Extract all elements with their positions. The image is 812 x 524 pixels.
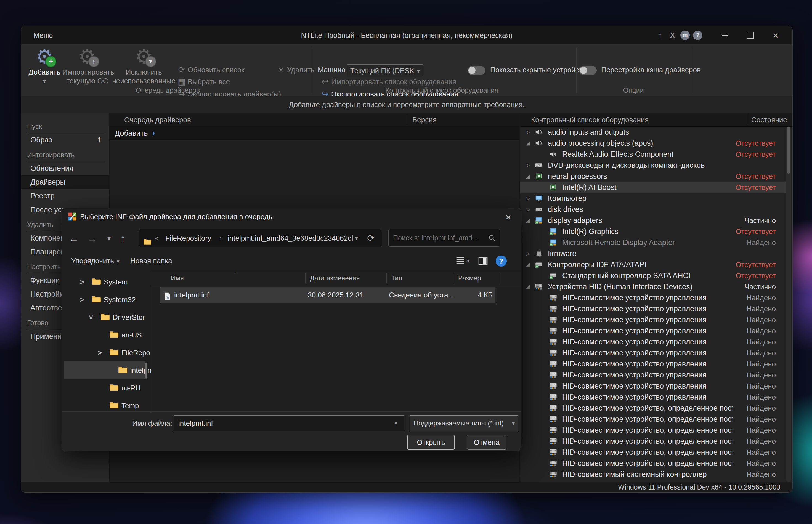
filename-dropdown-caret[interactable]: ▾ xyxy=(394,415,397,431)
hardware-row[interactable]: HID-совместимое устройство управленияНай… xyxy=(520,370,786,380)
hardware-row[interactable]: HID-совместимое устройство управленияНай… xyxy=(520,380,786,392)
size-column-header[interactable]: Размер xyxy=(458,271,481,285)
hardware-row[interactable]: Intel(R) AI BoostОтсутствует xyxy=(520,182,786,193)
hardware-row[interactable]: ▷disk drives xyxy=(520,204,786,215)
hardware-row[interactable]: ◢Устройства HID (Human Interface Devices… xyxy=(520,281,786,292)
new-folder-button[interactable]: Новая папка xyxy=(130,254,172,268)
tree-folder-row[interactable]: >DriverStor xyxy=(64,309,152,326)
hardware-row[interactable]: ▷Компьютер xyxy=(520,193,786,204)
back-button[interactable]: ← xyxy=(67,231,81,246)
hardware-row[interactable]: HID-совместимое устройство, определенное… xyxy=(520,403,786,414)
hardware-row[interactable]: HID-совместимое устройство управленияНай… xyxy=(520,325,786,337)
delete-driver-button[interactable]: ×Удалить xyxy=(275,64,314,75)
rebuild-cache-toggle[interactable] xyxy=(579,66,597,75)
tree-expander-icon[interactable]: > xyxy=(98,344,102,361)
hardware-row[interactable]: Realtek Audio Effects ComponentОтсутству… xyxy=(520,149,786,160)
twitter-x-icon[interactable]: X xyxy=(666,31,679,40)
tree-folder-row[interactable]: ru-RU xyxy=(64,379,152,397)
tree-expander-icon[interactable]: ◢ xyxy=(524,259,531,270)
hardware-row[interactable]: Стандартный контроллер SATA AHCIОтсутств… xyxy=(520,270,786,281)
add-driver-button[interactable]: ⚙+ Добавить ▾ xyxy=(24,47,65,88)
tree-expander-icon[interactable]: ▷ xyxy=(524,204,531,215)
tree-expander-icon[interactable]: > xyxy=(82,315,100,319)
address-bar[interactable]: « FileRepository › intelpmt.inf_amd64_3e… xyxy=(139,229,382,247)
tree-expander-icon[interactable]: ◢ xyxy=(524,281,531,292)
hardware-row[interactable]: HID-совместимое устройство управленияНай… xyxy=(520,392,786,403)
hardware-row[interactable]: ▷audio inputs and outputs xyxy=(520,127,786,138)
hardware-row[interactable]: HID-совместимое устройство управленияНай… xyxy=(520,358,786,370)
hardware-row[interactable]: HID-совместимое устройство, определенное… xyxy=(520,425,786,436)
open-button[interactable]: Открыть xyxy=(407,435,455,450)
upload-icon[interactable]: ↑ xyxy=(654,31,666,40)
tree-expander-icon[interactable]: > xyxy=(80,273,84,291)
exclude-unused-button[interactable]: ⚙▼ Исключить неиспользованные xyxy=(112,47,176,88)
recent-locations-caret[interactable]: ▾ xyxy=(102,231,116,246)
cancel-button[interactable]: Отмена xyxy=(467,435,506,450)
name-column-header[interactable]: Имя xyxy=(171,271,184,285)
hardware-row[interactable]: Microsoft Remote Display AdapterНайдено xyxy=(520,237,786,248)
hardware-row[interactable]: HID-совместимое устройство управленияНай… xyxy=(520,303,786,314)
tree-expander-icon[interactable]: ▷ xyxy=(524,193,531,204)
breadcrumb-filerepository[interactable]: FileRepository xyxy=(165,229,211,247)
window-resize-grip[interactable] xyxy=(789,490,790,490)
search-box[interactable] xyxy=(388,229,500,247)
tree-expander-icon[interactable]: ▷ xyxy=(524,127,531,138)
machine-dropdown[interactable]: Текущий ПК (DESK▾ xyxy=(347,64,423,77)
hardware-row[interactable]: HID-совместимое устройство, определенное… xyxy=(520,436,786,447)
preview-pane-icon[interactable] xyxy=(477,256,488,266)
dialog-resize-grip[interactable] xyxy=(518,448,518,449)
hardware-row[interactable]: ▷firmware xyxy=(520,248,786,259)
hardware-row[interactable]: ◢display adaptersЧастично xyxy=(520,215,786,226)
tree-folder-row[interactable]: >System32 xyxy=(64,291,152,309)
view-mode-caret[interactable]: ▾ xyxy=(467,254,470,268)
hardware-row[interactable]: ◢audio processing objects (apos)Отсутств… xyxy=(520,138,786,149)
breadcrumb-overflow[interactable]: « xyxy=(155,229,158,247)
sidebar-item-обновления[interactable]: Обновления xyxy=(21,161,109,175)
filename-input[interactable] xyxy=(174,415,404,431)
hardware-row[interactable]: HID-совместимое устройство управленияНай… xyxy=(520,314,786,325)
hardware-column-header[interactable]: Контрольный список оборудования xyxy=(531,113,649,126)
hardware-row[interactable]: HID-совместимое устройство управленияНай… xyxy=(520,347,786,358)
panel-splitter[interactable] xyxy=(152,271,152,412)
breadcrumb-current-folder[interactable]: intelpmt.inf_amd64_3e68ed3c234062cf xyxy=(228,229,353,247)
forward-button[interactable]: → xyxy=(85,231,99,246)
view-mode-icon[interactable] xyxy=(455,256,466,266)
mastodon-icon[interactable]: m xyxy=(680,31,690,40)
tree-folder-row[interactable]: Temp xyxy=(64,397,152,412)
import-current-os-button[interactable]: ⚙↑ Импортировать текущую ОС xyxy=(62,47,112,88)
hardware-row[interactable]: HID-совместимый системный контроллерНайд… xyxy=(520,469,786,480)
up-button[interactable]: ↑ xyxy=(116,231,130,246)
type-column-header[interactable]: Тип xyxy=(391,271,402,285)
queue-add-row[interactable]: Добавить› xyxy=(110,126,519,140)
sidebar-item-образ[interactable]: Образ1 xyxy=(21,133,109,147)
file-row-selected[interactable]: intelpmt.inf 30.08.2025 12:31 Сведения о… xyxy=(160,287,496,303)
dialog-close-button[interactable]: × xyxy=(502,211,515,223)
hardware-row[interactable]: ◢neural processorsОтсутствует xyxy=(520,171,786,182)
tree-expander-icon[interactable]: ◢ xyxy=(524,138,531,149)
dialog-help-icon[interactable]: ? xyxy=(496,256,507,266)
hardware-row[interactable]: Intel(R) GraphicsОтсутствует xyxy=(520,226,786,237)
tree-expander-icon[interactable]: ▷ xyxy=(524,248,531,259)
hardware-row[interactable]: HID-совместимое устройство, определенное… xyxy=(520,458,786,469)
sidebar-item-реестр[interactable]: Реестр xyxy=(21,189,109,203)
tree-folder-row[interactable]: en-US xyxy=(64,326,152,344)
show-hidden-toggle[interactable] xyxy=(468,66,485,75)
tree-folder-row[interactable]: >System xyxy=(64,273,152,291)
maximize-button[interactable] xyxy=(738,26,763,45)
address-dropdown-caret[interactable]: ▾ xyxy=(355,229,358,247)
tree-folder-row[interactable]: >FileRepo xyxy=(64,344,152,361)
tree-expander-icon[interactable]: ▷ xyxy=(524,160,531,171)
filetype-dropdown[interactable]: Поддерживаемые типы (*.inf)▾ xyxy=(410,415,518,431)
tree-expander-icon[interactable]: > xyxy=(80,291,84,309)
hardware-row[interactable]: ▷DVD-дисководы и дисководы компакт-диско… xyxy=(520,160,786,171)
hardware-row[interactable]: HID-совместимое устройство управленияНай… xyxy=(520,337,786,347)
hardware-scrollbar[interactable] xyxy=(786,127,791,482)
version-column-header[interactable]: Версия xyxy=(412,113,437,126)
status-column-header[interactable]: Состояние xyxy=(751,113,787,126)
hardware-row[interactable]: HID-совместимое устройство, определенное… xyxy=(520,447,786,458)
select-all-button[interactable]: ▦Выбрать все xyxy=(176,76,230,87)
date-column-header[interactable]: Дата изменения xyxy=(310,271,360,285)
sidebar-item-драйверы[interactable]: Драйверы xyxy=(21,175,109,189)
help-icon[interactable]: ? xyxy=(693,31,702,40)
close-button[interactable]: × xyxy=(763,26,789,45)
